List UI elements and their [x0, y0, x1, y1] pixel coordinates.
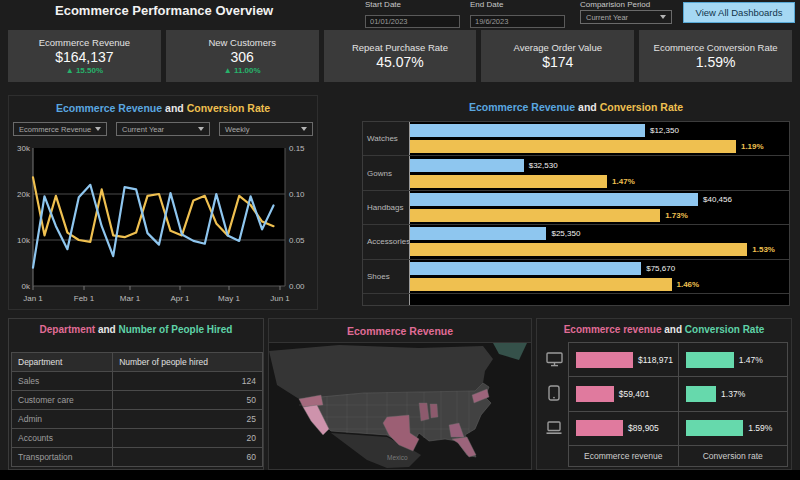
revenue-bar	[410, 262, 641, 275]
comparison-period-dropdown[interactable]: Current Year	[580, 10, 672, 24]
col-people-hired: Number of people hired	[113, 353, 263, 372]
revenue-bar	[410, 159, 524, 172]
device-chart-grid: $118,971 1.47% $59,401 1.37% $89,905 1.5…	[540, 342, 788, 467]
title-revenue: Ecommerce Revenue	[56, 102, 162, 114]
kpi-label: Ecommerce Revenue	[39, 37, 130, 48]
end-date-group: End Date	[470, 0, 570, 28]
title-rate: Conversion Rate	[600, 101, 683, 113]
chevron-down-icon	[95, 127, 101, 131]
line-chart: 30k 20k 10k 0k 0.15 0.10 0.05 0.00 Jan 1…	[9, 140, 317, 308]
kpi-row: Ecommerce Revenue $164,137 ▲ 15.50% New …	[8, 30, 792, 82]
table-header-row: Department Number of people hired	[12, 353, 263, 372]
up-arrow-icon: ▲	[66, 66, 74, 75]
metric-filter-value: Ecommerce Revenue	[19, 125, 91, 134]
conversion-bar	[410, 175, 607, 188]
view-all-dashboards-button[interactable]: View All Dashboards	[683, 2, 795, 23]
y-tick-20k: 20k	[17, 190, 31, 199]
state-florida	[452, 437, 476, 457]
kpi-label: Average Order Value	[514, 42, 602, 53]
conversion-bar	[686, 386, 717, 402]
y2-tick-010: 0.10	[289, 190, 305, 199]
title-and: and	[162, 102, 187, 114]
x-tick-may: May 1	[218, 294, 240, 303]
kpi-label: Repeat Purchase Rate	[352, 42, 448, 53]
conversion-bar	[410, 209, 660, 222]
device-chart-table: $118,971 1.47% $59,401 1.37% $89,905 1.5…	[568, 342, 788, 467]
kpi-card-conversion-rate: Ecommerce Conversion Rate 1.59%	[639, 30, 792, 82]
chevron-down-icon	[660, 15, 666, 19]
weekly-line-chart-panel: Ecommerce Revenue and Conversion Rate Ec…	[8, 95, 318, 310]
table-title: Department and Number of People Hired	[9, 319, 263, 336]
category-label: Accessories	[363, 225, 409, 258]
comparison-period-value: Current Year	[586, 13, 628, 22]
end-date-input[interactable]	[470, 15, 565, 28]
conversion-value: 1.73%	[665, 211, 688, 220]
col-department: Department	[12, 353, 113, 372]
kpi-value: $164,137	[55, 49, 113, 65]
us-revenue-map: Mexico	[269, 343, 531, 468]
table-row: Accounts20	[12, 429, 263, 448]
revenue-bar	[410, 193, 698, 206]
mexico-label: Mexico	[387, 454, 408, 461]
revenue-value: $12,350	[650, 126, 679, 135]
start-date-input[interactable]	[365, 15, 460, 28]
kpi-card-avg-order-value: Average Order Value $174	[481, 30, 634, 82]
department-table: Department Number of people hired Sales1…	[11, 352, 263, 467]
device-chart-panel: Ecommerce revenue and Conversion Rate $1…	[536, 318, 792, 470]
laptop-icon	[540, 411, 568, 445]
granularity-filter-dropdown[interactable]: Weekly	[219, 122, 313, 136]
dashboard-header: Ecommerce Performance Overview Start Dat…	[0, 0, 800, 28]
bottom-strip	[0, 470, 800, 480]
kpi-label: Ecommerce Conversion Rate	[654, 42, 778, 53]
category-label: Watches	[363, 122, 409, 155]
year-filter-dropdown[interactable]: Current Year	[116, 122, 210, 136]
y-tick-30k: 30k	[17, 144, 31, 153]
kpi-value: 45.07%	[376, 54, 423, 70]
chevron-down-icon	[301, 127, 307, 131]
conversion-value: 1.46%	[677, 280, 700, 289]
state-indiana	[430, 404, 438, 418]
page-title: Ecommerce Performance Overview	[55, 3, 273, 18]
bar-row-plot: $12,350 1.19%	[409, 122, 789, 155]
title-hired: Number of People Hired	[119, 324, 233, 335]
title-rate: Conversion Rate	[685, 324, 764, 335]
bar-row-shoes: Shoes $75,670 1.46%	[363, 260, 789, 294]
plot-area	[33, 148, 285, 286]
category-label: Handbags	[363, 191, 409, 224]
bar-row-gowns: Gowns $32,530 1.47%	[363, 156, 789, 190]
revenue-bar	[576, 386, 614, 402]
comparison-period-group: Comparision Period Current Year	[580, 0, 672, 24]
bar-row-plot: $32,530 1.47%	[409, 156, 789, 189]
metric-filter-dropdown[interactable]: Ecommerce Revenue	[13, 122, 107, 136]
kpi-delta: ▲ 15.50%	[66, 66, 103, 75]
kpi-card-revenue: Ecommerce Revenue $164,137 ▲ 15.50%	[8, 30, 161, 82]
revenue-value: $32,530	[529, 161, 558, 170]
category-bar-chart-panel: Ecommerce Revenue and Conversion Rate Wa…	[360, 95, 792, 310]
line-chart-filters: Ecommerce Revenue Current Year Weekly	[13, 122, 313, 136]
bar-row-plot: $40,456 1.73%	[409, 191, 789, 224]
up-arrow-icon: ▲	[224, 66, 232, 75]
y2-tick-000: 0.00	[289, 282, 305, 291]
department-table-panel: Department and Number of People Hired De…	[8, 318, 264, 470]
table-row: Admin25	[12, 410, 263, 429]
bar-row-handbags: Handbags $40,456 1.73%	[363, 191, 789, 225]
revenue-bar	[410, 124, 645, 137]
table-row: Transportation60	[12, 448, 263, 467]
kpi-value: 1.59%	[696, 54, 736, 70]
kpi-value: 306	[231, 49, 254, 65]
title-and: and	[95, 324, 118, 335]
bar-chart-plot: Watches $12,350 1.19% Gowns $32,530 1.47…	[362, 121, 790, 306]
x-tick-feb: Feb 1	[74, 294, 95, 303]
revenue-bar	[576, 420, 623, 436]
year-filter-value: Current Year	[122, 125, 164, 134]
revenue-value: $59,401	[619, 389, 650, 399]
kpi-card-repeat-purchase: Repeat Purchase Rate 45.07%	[324, 30, 477, 82]
conversion-value: 1.47%	[739, 355, 763, 365]
granularity-filter-value: Weekly	[225, 125, 249, 134]
start-date-label: Start Date	[365, 0, 465, 9]
table-row: Customer care50	[12, 391, 263, 410]
x-tick-apr: Apr 1	[170, 294, 190, 303]
bar-row-plot: $75,670 1.46%	[409, 260, 789, 293]
bar-row-accessories: Accessories $25,350 1.53%	[363, 225, 789, 259]
conversion-value: 1.47%	[612, 177, 635, 186]
